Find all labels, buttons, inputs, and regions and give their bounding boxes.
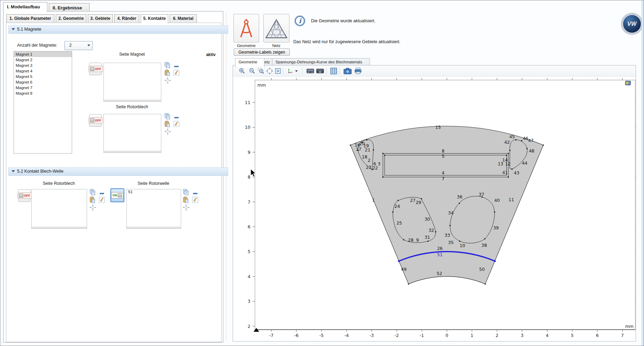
svg-text:37: 37: [479, 192, 484, 197]
tab-globale-parameter[interactable]: 1. Globale Parameter: [6, 14, 54, 23]
kontakt-rotorwelle-selection-list[interactable]: 51: [126, 189, 181, 229]
svg-text:45: 45: [509, 134, 515, 139]
remove-icon[interactable]: [99, 190, 105, 197]
copy-icon[interactable]: [164, 113, 171, 120]
svg-text:41: 41: [502, 170, 508, 175]
magnet-list-item[interactable]: Magnet 2: [14, 57, 72, 63]
svg-text:-4: -4: [344, 333, 349, 338]
svg-text:33: 33: [444, 233, 450, 238]
tab-gebiete[interactable]: 3. Gebiete: [88, 14, 113, 23]
remove-icon[interactable]: [173, 63, 180, 70]
clear-selection-icon[interactable]: [192, 196, 199, 203]
printer-icon[interactable]: [354, 68, 362, 74]
zoom-to-selection-icon[interactable]: [164, 128, 171, 135]
camera-icon[interactable]: [343, 68, 352, 74]
graphics-tab-geometrie[interactable]: Geometrie: [235, 58, 264, 68]
tab-ergebnisse[interactable]: II. Ergebnisse: [49, 3, 90, 11]
magnet-list-item[interactable]: Magnet 6: [14, 79, 72, 85]
magnet-list-item[interactable]: Magnet 5: [14, 74, 72, 79]
compass-icon: [234, 39, 258, 43]
show-geometry-labels-button[interactable]: Geometrie-Labels zeigen: [234, 48, 290, 56]
magnet-list[interactable]: Magnet 1Magnet 2Magnet 3Magnet 4Magnet 5…: [14, 51, 72, 154]
svg-text:18: 18: [362, 154, 367, 159]
kontakt-rotorwelle-toggle[interactable]: ON: [110, 188, 124, 202]
zoom-in-icon[interactable]: [239, 68, 246, 74]
panel-divider: [226, 11, 226, 342]
svg-text:36: 36: [457, 194, 463, 199]
window-scrollbar[interactable]: [642, 1, 644, 346]
graphics-toolbar: [233, 65, 636, 77]
svg-text:48: 48: [529, 148, 534, 154]
svg-text:21: 21: [365, 147, 371, 152]
zoom-to-selection-icon[interactable]: [183, 204, 189, 211]
seite-rotorblech-selection-list[interactable]: [103, 114, 161, 153]
svg-text:44: 44: [522, 160, 527, 166]
svg-text:3: 3: [248, 299, 250, 304]
image-snapshot-icon[interactable]: [316, 68, 324, 74]
magnet-list-item[interactable]: Magnet 8: [14, 91, 72, 96]
svg-text:6: 6: [596, 333, 599, 338]
svg-text:4: 4: [442, 170, 444, 175]
selected-boundary-item[interactable]: 51: [127, 189, 181, 195]
update-mesh-button[interactable]: Netz aktualisieren: [263, 14, 289, 42]
update-geometry-button[interactable]: Geometrie aktualisieren: [233, 14, 259, 42]
zoom-extents-icon[interactable]: [266, 68, 273, 74]
svg-text:42: 42: [504, 140, 510, 145]
chevron-down-icon[interactable]: [294, 69, 298, 73]
toggle-knob: [90, 118, 94, 123]
zoom-full-icon[interactable]: [274, 68, 281, 74]
clear-selection-icon[interactable]: [173, 69, 180, 76]
svg-text:4: 4: [248, 274, 250, 279]
copy-icon[interactable]: [89, 189, 96, 196]
clear-selection-icon[interactable]: [99, 196, 105, 203]
svg-text:13: 13: [498, 161, 503, 166]
section-header-magnete[interactable]: 5.1 Magnete: [8, 25, 228, 34]
magnet-list-item[interactable]: Magnet 1: [14, 52, 72, 57]
paste-icon[interactable]: [89, 196, 96, 203]
zoom-box-icon[interactable]: [258, 68, 265, 74]
paste-icon[interactable]: [164, 69, 171, 76]
paste-icon[interactable]: [164, 120, 171, 127]
anzahl-magnete-select[interactable]: 2: [64, 41, 93, 50]
tab-geometrie[interactable]: 2. Geometrie: [56, 14, 86, 23]
magnet-list-item[interactable]: Magnet 7: [14, 85, 72, 91]
tab-material[interactable]: 6. Material: [170, 14, 197, 23]
copy-icon[interactable]: [164, 62, 171, 69]
axes-orientation-icon[interactable]: [287, 68, 294, 74]
geometry-plot-canvas[interactable]: -7-6-5-4-3-2-101234567234567891011mmmm15…: [233, 77, 636, 341]
svg-text:51: 51: [437, 252, 443, 257]
tab-raender[interactable]: 4. Ränder: [114, 14, 139, 23]
toggle-knob: [90, 67, 94, 71]
zoom-out-icon[interactable]: [249, 68, 256, 74]
tab-kontakte[interactable]: 5. Kontakte: [141, 14, 168, 23]
svg-text:12: 12: [505, 161, 511, 166]
tab-modellaufbau[interactable]: I. Modellaufbau: [3, 2, 47, 12]
zoom-to-selection-icon[interactable]: [164, 77, 171, 84]
svg-text:29: 29: [416, 200, 421, 205]
svg-text:7: 7: [621, 333, 624, 338]
magnet-list-item[interactable]: Magnet 3: [14, 63, 72, 68]
clear-selection-icon[interactable]: [173, 120, 180, 127]
grid-icon[interactable]: [330, 68, 337, 74]
image-export-icon[interactable]: [306, 68, 315, 74]
kontakt-rotorblech-toggle[interactable]: OFF: [18, 189, 31, 202]
default-view-icon[interactable]: [624, 79, 632, 87]
kontakt-rotorblech-selection-list[interactable]: [31, 189, 87, 229]
svg-text:5: 5: [571, 333, 574, 338]
svg-text:49: 49: [401, 267, 406, 272]
toolbar-separator: [326, 68, 327, 74]
zoom-to-selection-icon[interactable]: [90, 204, 96, 211]
paste-icon[interactable]: [183, 196, 189, 203]
seite-rotorblech-toggle[interactable]: OFF: [89, 114, 102, 127]
section-header-kontakt[interactable]: 5.2 Kontakt Blech-Welle: [8, 167, 228, 176]
seite-magnet-selection-list[interactable]: [103, 63, 161, 102]
svg-text:3: 3: [521, 333, 523, 338]
kontakt-rotorwelle-title: Seite Rotorwelle: [126, 181, 180, 186]
seite-magnet-toggle[interactable]: OFF: [89, 63, 102, 75]
svg-text:50: 50: [479, 267, 485, 272]
remove-icon[interactable]: [192, 190, 199, 197]
magnet-list-item[interactable]: Magnet 4: [14, 68, 72, 74]
graphics-panel: -7-6-5-4-3-2-101234567234567891011mmmm15…: [233, 65, 636, 341]
copy-icon[interactable]: [183, 189, 189, 196]
remove-icon[interactable]: [173, 114, 180, 121]
